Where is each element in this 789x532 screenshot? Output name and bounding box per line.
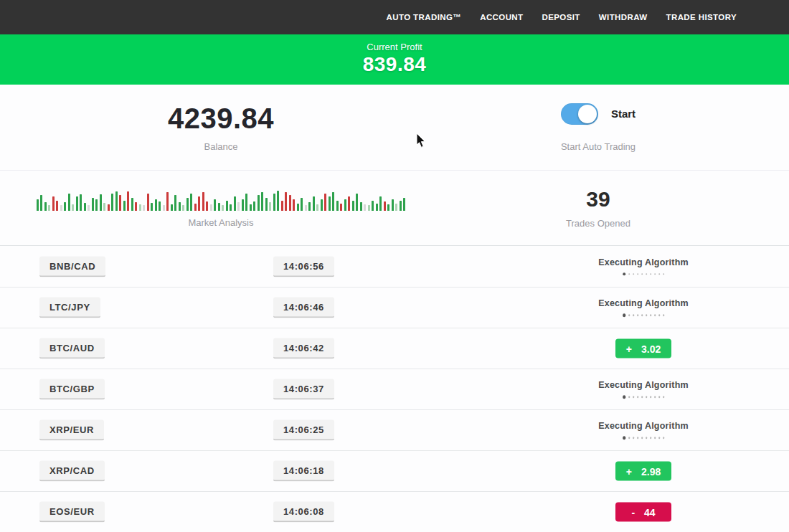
- progress-dot: [654, 273, 656, 275]
- market-bar: [329, 196, 331, 211]
- market-bar: [384, 201, 386, 211]
- market-bar: [230, 204, 232, 211]
- progress-dot: [646, 437, 648, 439]
- market-bar: [392, 199, 394, 211]
- trade-row: EOS/EUR14:06:08-44: [0, 491, 789, 532]
- toggle-label: Start: [611, 108, 636, 120]
- market-bar: [147, 194, 149, 211]
- market-bar: [143, 205, 145, 211]
- market-bar: [163, 205, 165, 211]
- nav-item[interactable]: AUTO TRADING™: [387, 13, 462, 22]
- market-bar: [151, 203, 153, 211]
- market-bar: [258, 195, 260, 211]
- market-bar: [321, 199, 323, 211]
- market-bar: [84, 203, 86, 211]
- progress-dot: [633, 273, 635, 275]
- progress-dot: [663, 396, 665, 398]
- market-bar: [265, 198, 268, 211]
- progress-dot: [658, 314, 661, 316]
- market-bar: [261, 192, 263, 211]
- market-bar: [119, 195, 121, 211]
- pair-chip: LTC/JPY: [39, 298, 100, 318]
- progress-dot: [654, 396, 656, 398]
- market-bar: [155, 199, 157, 211]
- market-bar: [37, 199, 39, 211]
- progress-dot: [650, 396, 652, 398]
- market-bar: [245, 194, 247, 211]
- market-bar: [202, 192, 204, 211]
- market-bar: [80, 194, 82, 211]
- market-bar: [72, 204, 74, 211]
- result-sign: -: [631, 506, 635, 518]
- trades-list: BNB/CAD14:06:56Executing AlgorithmLTC/JP…: [0, 245, 789, 532]
- current-profit-banner: Current Profit 839.84: [0, 34, 789, 85]
- current-profit-value: 839.84: [0, 53, 789, 76]
- progress-dot: [646, 314, 648, 316]
- market-bar: [372, 201, 374, 211]
- market-bar: [348, 196, 350, 211]
- result-sign: +: [626, 343, 632, 354]
- progress-dot: [663, 437, 665, 439]
- nav-item[interactable]: DEPOSIT: [542, 13, 580, 22]
- pair-chip: XRP/EUR: [39, 420, 104, 441]
- progress-dots: [598, 272, 689, 276]
- market-bar: [186, 198, 189, 211]
- market-bar: [108, 204, 110, 211]
- time-chip: 14:06:08: [273, 502, 334, 523]
- progress-dot: [641, 273, 643, 275]
- market-bar: [340, 204, 342, 211]
- current-profit-label: Current Profit: [0, 42, 789, 52]
- nav-item[interactable]: TRADE HISTORY: [666, 13, 737, 22]
- market-bar: [123, 201, 126, 211]
- time-chip: 14:06:18: [273, 461, 334, 482]
- executing-label: Executing Algorithm: [598, 380, 689, 390]
- pair-chip: XRP/CAD: [39, 461, 105, 482]
- progress-dot: [637, 314, 639, 316]
- market-analysis-label: Market Analysis: [188, 217, 253, 228]
- market-bar: [103, 203, 105, 211]
- progress-dot: [623, 272, 626, 276]
- market-bar: [403, 198, 405, 211]
- time-chip: 14:06:56: [273, 256, 334, 277]
- progress-dot: [650, 437, 652, 439]
- market-bar: [226, 201, 228, 211]
- market-bar: [198, 196, 200, 211]
- auto-trading-block: Start Start Auto Trading: [442, 85, 789, 170]
- market-bar: [387, 204, 389, 211]
- market-bar: [222, 205, 224, 211]
- market-bar: [171, 204, 173, 211]
- pair-chip: BTC/GBP: [39, 379, 105, 400]
- market-bar: [277, 191, 279, 211]
- market-bar: [289, 195, 291, 211]
- market-bar: [135, 202, 137, 211]
- market-bar: [214, 199, 216, 211]
- market-bar: [368, 205, 370, 211]
- market-bar: [111, 194, 113, 211]
- progress-dot: [650, 273, 652, 275]
- auto-trading-toggle[interactable]: [561, 103, 598, 125]
- trade-row: LTC/JPY14:06:46Executing Algorithm: [0, 287, 789, 328]
- stats-row-market: Market Analysis 39 Trades Opened: [0, 170, 789, 245]
- progress-dot: [623, 313, 626, 317]
- market-bar: [100, 194, 102, 211]
- nav-item[interactable]: ACCOUNT: [480, 13, 523, 22]
- market-bar: [316, 204, 318, 211]
- executing-status: Executing Algorithm: [598, 257, 689, 276]
- market-bar: [352, 201, 354, 211]
- executing-status: Executing Algorithm: [598, 380, 689, 399]
- market-bar: [253, 201, 255, 211]
- progress-dot: [654, 437, 656, 439]
- market-bar: [379, 196, 382, 211]
- market-bar: [218, 203, 220, 211]
- progress-dot: [623, 395, 626, 399]
- market-bar: [68, 194, 70, 211]
- market-bar: [159, 201, 161, 211]
- market-bar: [234, 196, 236, 211]
- toggle-knob: [578, 105, 597, 123]
- progress-dot: [628, 396, 630, 398]
- market-bar: [273, 194, 275, 211]
- market-bar: [376, 204, 378, 211]
- market-bar: [131, 198, 133, 211]
- market-bar: [305, 205, 307, 211]
- nav-item[interactable]: WITHDRAW: [599, 13, 648, 22]
